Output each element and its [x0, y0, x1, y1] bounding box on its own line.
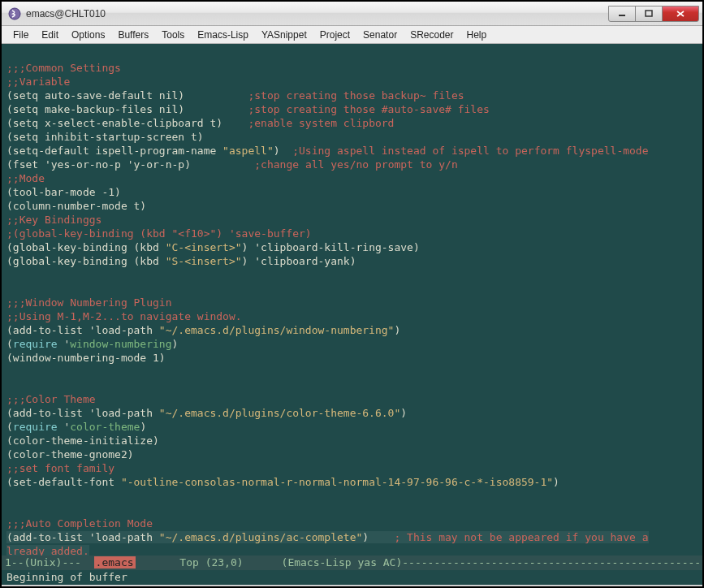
menu-srecoder[interactable]: SRecoder	[404, 28, 460, 42]
code-line	[6, 269, 13, 281]
window-title: emacs@CHLT010	[26, 8, 609, 19]
code-line: (add-to-list 'load-path "~/.emacs.d/plug…	[6, 407, 407, 419]
menu-edit[interactable]: Edit	[35, 28, 65, 42]
code-line: (fset 'yes-or-no-p 'y-or-n-p) ;change al…	[6, 158, 458, 171]
emacs-icon	[8, 7, 21, 20]
menu-emacs-lisp[interactable]: Emacs-Lisp	[191, 28, 255, 42]
mode-line: 1--(Unix)--- .emacs Top (23,0) (Emacs-Li…	[2, 556, 702, 570]
code-line	[6, 504, 13, 516]
code-line: (tool-bar-mode -1)	[6, 186, 121, 198]
menu-yasnippet[interactable]: YASnippet	[255, 28, 313, 42]
code-line: (set-default-font "-outline-consolas-nor…	[6, 476, 559, 488]
code-line: ;;;Common Settings	[6, 62, 121, 74]
code-line: ;;Variable	[6, 76, 70, 88]
code-line: (add-to-list 'load-path "~/.emacs.d/plug…	[6, 324, 400, 336]
code-line: ;;;Color Theme	[6, 393, 96, 405]
window-titlebar: emacs@CHLT010	[2, 2, 702, 26]
menu-buffers[interactable]: Buffers	[111, 28, 155, 42]
code-line	[6, 379, 13, 391]
code-line: ;;Key Bindinggs	[6, 214, 101, 226]
code-line: (setq inhibit-startup-screen t)	[6, 131, 204, 143]
code-line: ;;;Window Numbering Plugin	[6, 296, 172, 309]
code-line: (setq-default ispell-program-name "aspel…	[6, 145, 649, 157]
code-line: (setq auto-save-default nil) ;stop creat…	[6, 89, 464, 102]
window-controls	[609, 6, 699, 22]
code-line: lready added.	[6, 545, 89, 556]
menu-project[interactable]: Project	[313, 28, 356, 42]
code-line: (window-numbering-mode 1)	[6, 352, 166, 364]
code-line: ;;Mode	[6, 172, 45, 184]
minimize-button[interactable]	[608, 6, 636, 22]
code-line: (setq make-backup-files nil) ;stop creat…	[6, 103, 490, 115]
echo-area: Beginning of buffer	[2, 570, 702, 585]
code-line: (color-theme-gnome2)	[6, 448, 134, 460]
code-line: (color-theme-initialize)	[6, 435, 159, 447]
menu-help[interactable]: Help	[460, 28, 494, 42]
code-line: ;;set font family	[6, 462, 114, 474]
code-line: (add-to-list 'load-path "~/.emacs.d/plug…	[6, 531, 649, 543]
maximize-button[interactable]	[635, 6, 663, 22]
code-line	[6, 490, 13, 502]
code-line: (column-number-mode t)	[6, 200, 146, 212]
buffer-name: .emacs	[94, 556, 136, 569]
menu-bar: File Edit Options Buffers Tools Emacs-Li…	[2, 26, 702, 44]
close-button[interactable]	[662, 6, 699, 22]
code-line: (global-key-binding (kbd "C-<insert>") '…	[6, 241, 420, 253]
code-line: (require 'window-numbering)	[6, 338, 178, 350]
svg-rect-2	[646, 11, 652, 16]
code-line: ;(global-key-binding (kbd "<f10>") 'save…	[6, 227, 312, 240]
code-line: (global-key-binding (kbd "S-<insert>") '…	[6, 255, 356, 267]
code-line: ;;Using M-1,M-2...to navigate window.	[6, 310, 242, 322]
code-line: (require 'color-theme)	[6, 421, 146, 433]
editor-buffer[interactable]: ;;;Common Settings ;;Variable (setq auto…	[2, 44, 702, 556]
menu-file[interactable]: File	[6, 28, 35, 42]
menu-tools[interactable]: Tools	[155, 28, 191, 42]
menu-senator[interactable]: Senator	[356, 28, 404, 42]
code-line	[6, 365, 13, 378]
menu-options[interactable]: Options	[65, 28, 111, 42]
code-line: ;;;Auto Completion Mode	[6, 517, 153, 530]
code-line: (setq x-select-enable-clipboard t) ;enab…	[6, 117, 394, 129]
code-line	[6, 283, 13, 295]
